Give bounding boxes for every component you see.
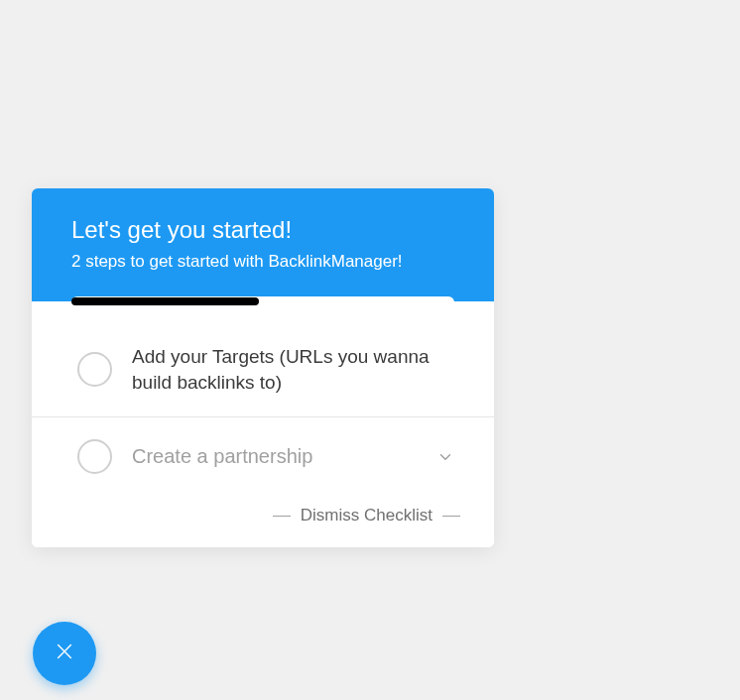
close-icon [54,641,75,666]
chevron-down-icon [436,448,454,466]
divider-line [442,516,460,517]
progress-container [71,301,454,306]
close-fab-button[interactable] [33,622,96,685]
checklist-item-partnership[interactable]: Create a partnership [32,417,494,496]
checklist-item-label: Create a partnership [132,443,417,470]
dismiss-checklist-button[interactable]: Dismiss Checklist [32,496,494,547]
checklist-header: Let's get you started! 2 steps to get st… [32,188,494,301]
checkbox-circle-icon [77,352,112,387]
checklist-item-label: Add your Targets (URLs you wanna build b… [132,344,454,395]
onboarding-checklist-card: Let's get you started! 2 steps to get st… [32,188,494,547]
dismiss-label: Dismiss Checklist [301,506,432,525]
checklist-title: Let's get you started! [71,216,454,244]
checklist-body: Add your Targets (URLs you wanna build b… [32,306,494,547]
checklist-subtitle: 2 steps to get started with BacklinkMana… [71,252,454,272]
divider-line [273,516,291,517]
progress-bar [71,297,259,305]
checkbox-circle-icon [77,439,112,474]
checklist-item-targets[interactable]: Add your Targets (URLs you wanna build b… [32,306,494,417]
